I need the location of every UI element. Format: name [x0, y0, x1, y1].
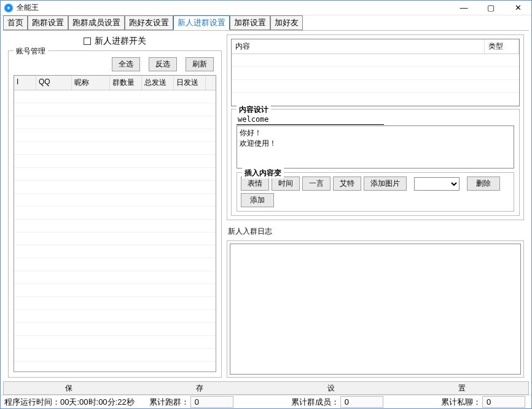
insert-vars-groupbox: 插入内容变 表情 时间 一言 艾特 添加图片 删除 添加 [237, 172, 514, 212]
minimize-button[interactable]: — [450, 1, 477, 15]
tab-run-group[interactable]: 跑群设置 [28, 15, 68, 30]
add-image-button[interactable]: 添加图片 [364, 177, 407, 191]
status-bar: 程序运行时间：00天:00时:00分:22秒 累计跑群： 0 累计群成员： 0 … [1, 395, 531, 408]
run-group-label: 累计跑群： [146, 397, 190, 408]
savebar-cell-1: 保 [4, 382, 135, 394]
newcomer-switch-label: 新人进群开关 [95, 36, 146, 46]
account-groupbox-legend: 账号管理 [14, 46, 48, 57]
welcome-input[interactable]: welcome [237, 114, 384, 125]
group-member-label: 累计群成员： [288, 397, 340, 408]
tab-newcomer[interactable]: 新人进群设置 [173, 15, 230, 30]
col-content[interactable]: 内容 [232, 39, 485, 54]
runtime-label: 程序运行时间： [4, 397, 60, 407]
emoji-button[interactable]: 表情 [241, 177, 269, 191]
tab-home[interactable]: 首页 [3, 15, 28, 30]
account-table-header: I QQ 昵称 群数量 总发送 日发送 [14, 76, 216, 90]
savebar-cell-3: 设 [266, 382, 397, 394]
tab-run-friend[interactable]: 跑好友设置 [125, 15, 173, 30]
content-textarea[interactable]: 你好！ 欢迎使用！ [237, 125, 514, 169]
pm-value: 0 [482, 396, 525, 408]
titlebar: ● 全能王 — ▢ ✕ [1, 1, 531, 15]
group-member-value: 0 [340, 396, 383, 408]
col-qq[interactable]: QQ [36, 76, 72, 90]
newcomer-switch-checkbox[interactable] [84, 38, 91, 45]
savebar-cell-2: 存 [135, 382, 267, 394]
pm-label: 累计私聊： [437, 397, 482, 408]
right-pane: 内容 类型 内容设计 welcome 你好！ 欢迎使用！ 插入内容变 表情 时间… [227, 34, 524, 378]
content-list-wrap: 内容 类型 内容设计 welcome 你好！ 欢迎使用！ 插入内容变 表情 时间… [227, 34, 524, 220]
content-set-legend: 内容设计 [237, 105, 271, 115]
tab-add-friend[interactable]: 加好友 [270, 15, 303, 30]
vars-select[interactable] [414, 177, 460, 191]
maximize-button[interactable]: ▢ [477, 1, 504, 15]
log-groupbox [227, 240, 524, 378]
log-textarea[interactable] [230, 244, 521, 375]
window-title: 全能王 [17, 2, 39, 13]
account-groupbox: 账号管理 全选 反选 刷新 I QQ 昵称 群数量 总发送 日发送 [8, 50, 222, 378]
insert-vars-legend: 插入内容变 [242, 168, 284, 178]
col-total-send[interactable]: 总发送 [142, 76, 174, 90]
content-list-table[interactable]: 内容 类型 [231, 39, 520, 106]
tab-run-group-member[interactable]: 跑群成员设置 [68, 15, 125, 30]
save-settings-bar[interactable]: 保 存 设 置 [3, 381, 529, 395]
account-table[interactable]: I QQ 昵称 群数量 总发送 日发送 [14, 75, 216, 372]
close-button[interactable]: ✕ [504, 1, 531, 15]
log-label: 新人入群日志 [227, 226, 524, 237]
app-window: ● 全能王 — ▢ ✕ 首页 跑群设置 跑群成员设置 跑好友设置 新人进群设置 … [0, 0, 532, 409]
refresh-button[interactable]: 刷新 [186, 57, 214, 71]
run-group-value: 0 [190, 396, 233, 408]
col-day-send[interactable]: 日发送 [174, 76, 206, 90]
yiyan-button[interactable]: 一言 [302, 177, 331, 191]
col-group-count[interactable]: 群数量 [110, 76, 142, 90]
left-pane: 新人进群开关 账号管理 全选 反选 刷新 I QQ 昵称 群数量 总发送 [8, 34, 222, 378]
col-type[interactable]: 类型 [485, 39, 519, 54]
content-set-groupbox: 内容设计 welcome 你好！ 欢迎使用！ 插入内容变 表情 时间 一言 艾特… [231, 109, 520, 216]
add-button[interactable]: 添加 [241, 193, 274, 207]
runtime-value: 00天:00时:00分:22秒 [60, 397, 135, 407]
at-button[interactable]: 艾特 [333, 177, 361, 191]
select-all-button[interactable]: 全选 [112, 57, 140, 71]
savebar-cell-4: 置 [397, 382, 529, 394]
invert-select-button[interactable]: 反选 [149, 57, 177, 71]
delete-button[interactable]: 删除 [467, 177, 500, 191]
col-i[interactable]: I [14, 76, 36, 90]
tab-bar: 首页 跑群设置 跑群成员设置 跑好友设置 新人进群设置 加群设置 加好友 [1, 15, 531, 30]
app-icon: ● [4, 4, 13, 12]
col-nick[interactable]: 昵称 [72, 76, 110, 90]
content-list-header: 内容 类型 [232, 39, 519, 54]
time-button[interactable]: 时间 [272, 177, 300, 191]
account-table-body[interactable] [14, 90, 216, 372]
content-area: 新人进群开关 账号管理 全选 反选 刷新 I QQ 昵称 群数量 总发送 [3, 30, 529, 381]
runtime-block: 程序运行时间：00天:00时:00分:22秒 [1, 397, 146, 408]
content-list-body[interactable] [232, 54, 519, 106]
account-button-row: 全选 反选 刷新 [14, 57, 216, 71]
tab-add-group[interactable]: 加群设置 [230, 15, 270, 30]
